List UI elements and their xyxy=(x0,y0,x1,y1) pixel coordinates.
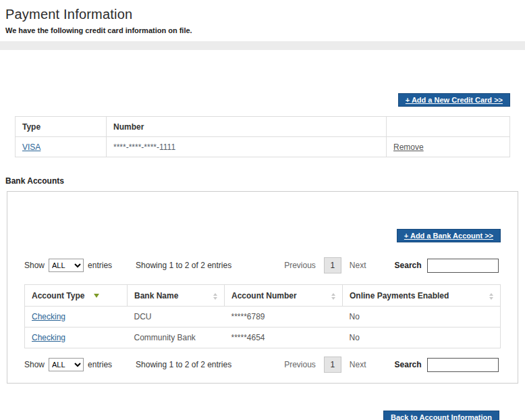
showing-entries-text: Showing 1 to 2 of 2 entries xyxy=(136,261,231,270)
add-credit-card-button[interactable]: + Add a New Credit Card >> xyxy=(398,93,510,107)
credit-card-section: + Add a New Credit Card >> Type Number V… xyxy=(15,93,510,157)
col-account-number[interactable]: Account Number xyxy=(225,285,343,307)
col-bank-name[interactable]: Bank Name xyxy=(128,285,225,307)
account-type-link[interactable]: Checking xyxy=(32,333,65,342)
header-divider xyxy=(0,41,525,50)
entries-per-page-select[interactable]: ALL xyxy=(49,259,84,272)
account-number-cell: *****4654 xyxy=(225,327,343,348)
payment-information-page: Payment Information We have the followin… xyxy=(0,0,525,420)
table-controls-top: Show ALL entries Showing 1 to 2 of 2 ent… xyxy=(24,257,501,273)
cc-col-action xyxy=(387,117,510,137)
remove-card-link[interactable]: Remove xyxy=(393,142,424,152)
page-number-button[interactable]: 1 xyxy=(324,357,341,373)
showing-entries-text: Showing 1 to 2 of 2 entries xyxy=(136,360,231,369)
cc-col-type: Type xyxy=(16,117,107,137)
page-subtitle: We have the following credit card inform… xyxy=(5,26,520,34)
next-page-link[interactable]: Next xyxy=(350,360,366,369)
entries-label: entries xyxy=(88,261,112,270)
search-input[interactable] xyxy=(427,259,499,273)
sort-descending-icon xyxy=(94,294,99,298)
back-to-account-button[interactable]: Back to Account Information xyxy=(383,411,499,420)
credit-card-header-row: Type Number xyxy=(16,117,510,137)
sort-icon xyxy=(213,293,217,300)
search-label: Search xyxy=(395,261,422,270)
table-controls-bottom: Show ALL entries Showing 1 to 2 of 2 ent… xyxy=(24,357,501,373)
bank-accounts-table: Account Type Bank Name Account Number On… xyxy=(24,284,501,348)
table-row: Checking Community Bank *****4654 No xyxy=(25,327,501,348)
previous-page-link[interactable]: Previous xyxy=(284,261,316,270)
table-row: Checking DCU *****6789 No xyxy=(25,307,501,327)
page-number-button[interactable]: 1 xyxy=(324,257,341,273)
col-online-payments[interactable]: Online Payments Enabled xyxy=(343,285,501,307)
online-payments-cell: No xyxy=(343,307,501,327)
page-header: Payment Information We have the followin… xyxy=(0,0,525,34)
bank-accounts-panel: + Add a Bank Account >> Show ALL entries… xyxy=(7,191,518,384)
sort-icon xyxy=(489,293,493,300)
show-label: Show xyxy=(24,261,45,270)
cc-col-number: Number xyxy=(107,117,387,137)
page-title: Payment Information xyxy=(5,7,520,22)
show-label: Show xyxy=(24,360,45,369)
col-account-type[interactable]: Account Type xyxy=(25,285,128,307)
entries-label: entries xyxy=(88,360,112,369)
sort-icon xyxy=(331,293,335,300)
online-payments-cell: No xyxy=(343,327,501,348)
search-label: Search xyxy=(395,360,422,369)
bank-accounts-heading: Bank Accounts xyxy=(5,176,525,186)
bank-name-cell: DCU xyxy=(128,307,225,327)
credit-card-table: Type Number VISA ****-****-****-1111 Rem… xyxy=(15,116,510,157)
entries-per-page-select[interactable]: ALL xyxy=(49,358,84,371)
next-page-link[interactable]: Next xyxy=(350,261,366,270)
previous-page-link[interactable]: Previous xyxy=(284,360,316,369)
table-row: VISA ****-****-****-1111 Remove xyxy=(16,137,510,157)
account-type-link[interactable]: Checking xyxy=(32,312,65,321)
add-bank-account-button[interactable]: + Add a Bank Account >> xyxy=(397,229,501,242)
account-number-cell: *****6789 xyxy=(225,307,343,327)
bank-accounts-header-row: Account Type Bank Name Account Number On… xyxy=(25,285,501,307)
bank-name-cell: Community Bank xyxy=(128,327,225,348)
card-number: ****-****-****-1111 xyxy=(107,137,387,157)
search-input[interactable] xyxy=(427,358,499,372)
card-type-link[interactable]: VISA xyxy=(22,142,40,152)
